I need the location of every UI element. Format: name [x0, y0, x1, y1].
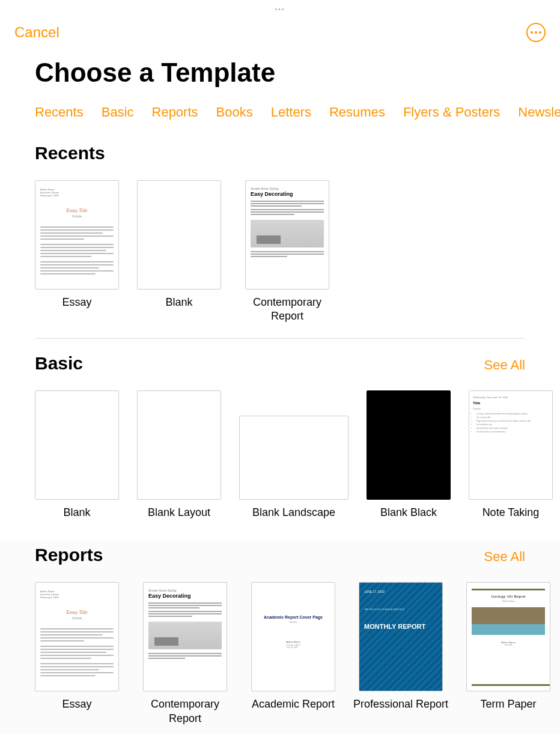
template-essay[interactable]: Author NameInstructor's NameFebruary 8, … — [35, 180, 119, 324]
tab-resumes[interactable]: Resumes — [329, 105, 385, 120]
tab-newsletters[interactable]: Newsletters — [518, 105, 560, 120]
template-label: Contemporary Report — [239, 296, 335, 324]
see-all-basic[interactable]: See All — [484, 357, 526, 373]
see-all-reports[interactable]: See All — [484, 549, 526, 565]
template-label: Blank — [165, 296, 192, 309]
template-essay[interactable]: Author NameInstructor's NameFebruary 8, … — [35, 582, 119, 726]
template-blank-layout[interactable]: Blank Layout — [137, 390, 221, 520]
template-label: Note Taking — [482, 506, 540, 520]
template-label: Blank Landscape — [252, 506, 335, 520]
template-label: Blank Layout — [148, 506, 210, 520]
tab-basic[interactable]: Basic — [102, 105, 134, 120]
cancel-button[interactable]: Cancel — [14, 24, 59, 41]
template-label: Professional Report — [353, 697, 448, 711]
template-label: Term Paper — [481, 697, 537, 711]
more-options-button[interactable] — [526, 23, 546, 42]
template-contemporary-report[interactable]: Simple Home Styling Easy Decorating Cont… — [239, 180, 335, 324]
template-professional-report[interactable]: JUNE 17, 2020 TAP OR CLICK TO ADD A SUBT… — [353, 582, 448, 726]
template-label: Essay — [62, 697, 91, 711]
template-term-paper[interactable]: Geology 101 Report Subheading Author Nam… — [466, 582, 550, 726]
tab-flyers-posters[interactable]: Flyers & Posters — [403, 105, 500, 120]
section-title-reports: Reports — [35, 545, 103, 565]
section-title-recents: Recents — [35, 143, 105, 163]
window-drag-indicator: ••• — [275, 6, 285, 13]
page-title: Choose a Template — [0, 42, 560, 88]
tab-books[interactable]: Books — [216, 105, 253, 120]
tab-letters[interactable]: Letters — [271, 105, 311, 120]
category-tabs: Recents Basic Reports Books Letters Resu… — [0, 88, 560, 129]
template-label: Essay — [62, 296, 91, 309]
template-label: Contemporary Report — [137, 697, 233, 726]
template-label: Blank — [63, 506, 90, 520]
template-contemporary-report[interactable]: Simple Home Styling Easy Decorating Cont… — [137, 582, 233, 726]
template-label: Academic Report — [252, 697, 335, 711]
template-blank-black[interactable]: Blank Black — [367, 390, 451, 520]
template-blank[interactable]: Blank — [35, 390, 119, 520]
template-blank-landscape[interactable]: Blank Landscape — [239, 390, 348, 520]
template-note-taking[interactable]: Wednesday, December 19, 2018 Title Subti… — [469, 390, 553, 520]
section-title-basic: Basic — [35, 353, 83, 374]
tab-reports[interactable]: Reports — [152, 105, 198, 120]
template-academic-report[interactable]: Academic Report Cover Page Subtitle Auth… — [251, 582, 335, 726]
template-label: Blank Black — [380, 506, 437, 520]
template-blank[interactable]: Blank — [137, 180, 221, 324]
tab-recents[interactable]: Recents — [35, 105, 84, 120]
